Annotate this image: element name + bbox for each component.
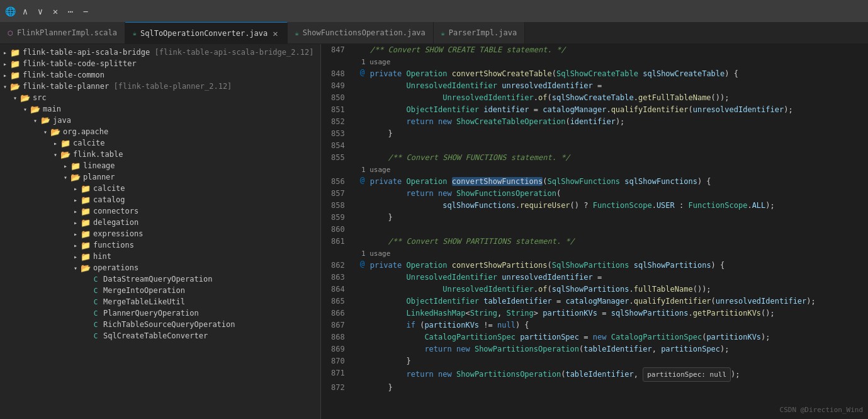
- tree-item-operations[interactable]: ▾ 📂 operations: [0, 262, 320, 273]
- arrow-icon: ▸: [70, 185, 81, 192]
- arrow-icon: ▸: [60, 163, 70, 169]
- line-gutter[interactable]: @: [355, 176, 370, 185]
- arrow-icon: ▾: [50, 151, 60, 158]
- line-code: sqlShowFunctions.requireUser() ? Functio…: [370, 200, 775, 212]
- arrow-icon: ▸: [0, 60, 10, 67]
- tree-item-main[interactable]: ▾ 📂 main: [0, 103, 320, 115]
- tab-flink-planner[interactable]: ⬡ FlinkPlannerImpl.scala: [0, 22, 125, 43]
- tree-item-flink-table-common[interactable]: ▸ 📁 flink-table-common: [0, 69, 320, 81]
- tab-parser-impl[interactable]: ☕ ParserImpl.java: [434, 22, 525, 43]
- tree-item-rich-table-source-query-op[interactable]: C RichTableSourceQueryOperation: [0, 319, 320, 330]
- tree-label: java: [53, 116, 71, 125]
- tab-sql-to-op[interactable]: ☕ SqlToOperationConverter.java ✕: [125, 22, 288, 43]
- tab-show-functions[interactable]: ☕ ShowFunctionsOperation.java: [288, 22, 434, 43]
- tree-label: flink-table-planner [flink-table-planner…: [23, 82, 232, 91]
- java-class-icon: C: [91, 319, 101, 330]
- tree-item-flink-table-api-scala-bridge[interactable]: ▸ 📁 flink-table-api-scala-bridge [flink-…: [0, 47, 320, 58]
- ellipsis-icon[interactable]: ⋯: [65, 6, 76, 16]
- tree-item-flink-table[interactable]: ▾ 📂 flink.table: [0, 149, 320, 160]
- chevron-down-icon[interactable]: ∨: [35, 6, 45, 16]
- folder-icon: 📁: [81, 217, 91, 227]
- line-number: 850: [321, 92, 355, 104]
- line-code: UnresolvedIdentifier.of(sqlShowCreateTab…: [370, 92, 730, 104]
- tree-label: connectors: [93, 207, 138, 215]
- code-scroll-area[interactable]: 847 /** Convert SHOW CREATE TABLE statem…: [321, 44, 868, 419]
- arrow-icon: ▾: [40, 129, 50, 135]
- file-tree[interactable]: ▸ 📁 flink-table-api-scala-bridge [flink-…: [0, 44, 321, 419]
- line-code: private Operation convertShowCreateTable…: [370, 68, 738, 80]
- code-line-871: 871 return new ShowPartitionsOperation(t…: [321, 367, 868, 382]
- java-class-icon: C: [91, 274, 101, 284]
- tree-item-delegation[interactable]: ▸ 📁 delegation: [0, 217, 320, 228]
- tree-label: operations: [93, 263, 138, 272]
- tab-label: ShowFunctionsOperation.java: [303, 28, 426, 37]
- tree-item-catalog[interactable]: ▸ 📁 catalog: [0, 194, 320, 205]
- line-gutter[interactable]: @: [355, 260, 370, 268]
- chevron-up-icon[interactable]: ∧: [20, 6, 30, 16]
- line-number: 861: [321, 236, 355, 248]
- line-number: 863: [321, 272, 355, 284]
- code-line-862: 862 @ private Operation convertShowParti…: [321, 260, 868, 272]
- folder-icon: 📁: [81, 251, 91, 261]
- tree-item-expressions[interactable]: ▸ 📁 expressions: [0, 228, 320, 239]
- tree-label: expressions: [93, 229, 143, 238]
- gutter-annotation[interactable]: @: [360, 176, 364, 185]
- line-code: ObjectIdentifier tableIdentifier = catal…: [370, 296, 816, 307]
- tree-item-src[interactable]: ▾ 📂 src: [0, 92, 320, 103]
- globe-icon[interactable]: 🌐: [5, 6, 15, 16]
- code-line-860: 860: [321, 224, 868, 236]
- tree-item-java[interactable]: ▾ 📂 java: [0, 115, 320, 126]
- line-number: 851: [321, 104, 355, 116]
- line-code: return new ShowPartitionsOperation(table…: [370, 367, 740, 382]
- code-line-851: 851 ObjectIdentifier identifier = catalo…: [321, 104, 868, 116]
- tree-item-connectors[interactable]: ▸ 📁 connectors: [0, 205, 320, 217]
- arrow-icon: ▾: [30, 117, 40, 124]
- minus-icon[interactable]: −: [81, 6, 91, 16]
- folder-icon: 📁: [10, 59, 20, 69]
- tree-item-flink-table-planner[interactable]: ▾ 📂 flink-table-planner [flink-table-pla…: [0, 81, 320, 92]
- line-code: /** Convert SHOW PARTITIONS statement. *…: [370, 236, 575, 248]
- gutter-annotation[interactable]: @: [360, 68, 364, 77]
- tree-item-data-stream-query-op[interactable]: C DataStreamQueryOperation: [0, 273, 320, 285]
- line-code: 1 usage: [361, 248, 390, 260]
- tree-label: hint: [93, 252, 111, 261]
- tab-label: ParserImpl.java: [449, 28, 517, 37]
- tree-label: catalog: [93, 195, 125, 204]
- code-line-847: 847 /** Convert SHOW CREATE TABLE statem…: [321, 44, 868, 56]
- tree-item-planner[interactable]: ▾ 📂 planner: [0, 171, 320, 183]
- line-gutter[interactable]: @: [355, 68, 370, 77]
- folder-icon: 📂: [30, 104, 40, 114]
- tree-item-sql-create-table-converter[interactable]: C SqlCreateTableConverter: [0, 330, 320, 342]
- tree-item-merge-into-op[interactable]: C MergeIntoOperation: [0, 285, 320, 296]
- code-line-849: 849 UnresolvedIdentifier unresolvedIdent…: [321, 80, 868, 92]
- tree-item-merge-table-like-util[interactable]: C MergeTableLikeUtil: [0, 296, 320, 307]
- code-line-869: 869 return new ShowPartitionsOperation(t…: [321, 343, 868, 355]
- code-line-857: 857 return new ShowFunctionsOperation(: [321, 188, 868, 200]
- tree-item-planner-query-op[interactable]: C PlannerQueryOperation: [0, 307, 320, 319]
- line-number: 859: [321, 212, 355, 224]
- tab-bar: ⬡ FlinkPlannerImpl.scala ☕ SqlToOperatio…: [0, 22, 868, 44]
- line-number: -: [321, 164, 346, 176]
- tab-close-button[interactable]: ✕: [271, 27, 279, 40]
- tree-label: flink.table: [73, 150, 123, 159]
- line-code: 1 usage: [361, 164, 390, 176]
- tree-item-calcite[interactable]: ▸ 📁 calcite: [0, 137, 320, 149]
- tree-item-functions[interactable]: ▸ 📁 functions: [0, 239, 320, 251]
- line-number: 870: [321, 355, 355, 367]
- tree-item-planner-calcite[interactable]: ▸ 📁 calcite: [0, 183, 320, 194]
- folder-icon: 📂: [70, 172, 81, 182]
- line-number: 857: [321, 188, 355, 200]
- code-line-852: 852 return new ShowCreateTableOperation(…: [321, 116, 868, 128]
- arrow-icon: ▸: [70, 219, 81, 226]
- gutter-annotation[interactable]: @: [360, 260, 364, 268]
- tree-label: RichTableSourceQueryOperation: [103, 320, 235, 329]
- tree-item-hint[interactable]: ▸ 📁 hint: [0, 251, 320, 262]
- tree-label: flink-table-code-splitter: [23, 59, 137, 68]
- tree-item-lineage[interactable]: ▸ 📁 lineage: [0, 160, 320, 171]
- tree-label: functions: [93, 241, 134, 250]
- tree-item-org-apache[interactable]: ▾ 📂 org.apache: [0, 126, 320, 137]
- close-icon[interactable]: ✕: [50, 6, 60, 16]
- tree-label: MergeIntoOperation: [103, 286, 185, 295]
- arrow-icon: ▸: [70, 197, 81, 204]
- tree-item-flink-table-code-splitter[interactable]: ▸ 📁 flink-table-code-splitter: [0, 58, 320, 69]
